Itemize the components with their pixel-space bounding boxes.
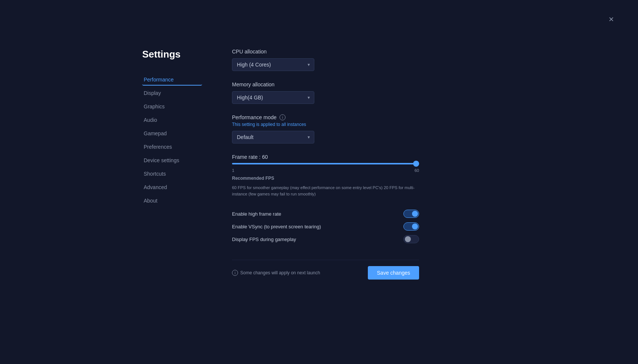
sidebar-item-graphics[interactable]: Graphics bbox=[142, 101, 202, 112]
toggle-row-vsync: Enable VSync (to prevent screen tearing) bbox=[232, 220, 419, 233]
toggle-row-display-fps: Display FPS during gameplay bbox=[232, 233, 419, 246]
toggle-knob-display-fps bbox=[405, 236, 411, 242]
sidebar-item-gamepad[interactable]: Gamepad bbox=[142, 127, 202, 139]
cpu-allocation-label: CPU allocation bbox=[232, 49, 419, 55]
frame-rate-label: Frame rate : 60 bbox=[232, 154, 419, 160]
toggle-knob-high-frame-rate bbox=[412, 211, 418, 217]
sidebar-item-advanced[interactable]: Advanced bbox=[142, 181, 202, 193]
sidebar-item-preferences[interactable]: Preferences bbox=[142, 141, 202, 153]
cpu-allocation-wrapper: Low (1 Core)Medium (2 Cores)High (4 Core… bbox=[232, 58, 314, 71]
memory-allocation-group: Memory allocation Low(1 GB)Medium(2 GB)H… bbox=[232, 81, 419, 104]
toggle-label-display-fps: Display FPS during gameplay bbox=[232, 237, 296, 242]
toggle-switch-high-frame-rate[interactable] bbox=[403, 210, 419, 218]
toggles-section: Enable high frame rateEnable VSync (to p… bbox=[232, 207, 419, 246]
sidebar-item-audio[interactable]: Audio bbox=[142, 114, 202, 126]
sidebar-item-performance[interactable]: Performance bbox=[142, 74, 202, 86]
close-button[interactable]: ✕ bbox=[607, 15, 616, 24]
frame-rate-slider[interactable] bbox=[232, 163, 419, 164]
sidebar-item-shortcuts[interactable]: Shortcuts bbox=[142, 168, 202, 180]
footer-note-text: Some changes will apply on next launch bbox=[240, 270, 320, 275]
frame-rate-max: 60 bbox=[415, 168, 419, 173]
performance-mode-label: Performance mode bbox=[232, 114, 277, 120]
memory-allocation-wrapper: Low(1 GB)Medium(2 GB)High(4 GB)Ultra(8 G… bbox=[232, 91, 314, 104]
toggle-switch-display-fps[interactable] bbox=[403, 235, 419, 243]
sidebar-item-display[interactable]: Display bbox=[142, 87, 202, 99]
sidebar-item-device-settings[interactable]: Device settings bbox=[142, 154, 202, 166]
frame-rate-min: 1 bbox=[232, 168, 234, 173]
memory-allocation-label: Memory allocation bbox=[232, 81, 419, 87]
toggle-label-high-frame-rate: Enable high frame rate bbox=[232, 211, 281, 217]
performance-mode-select[interactable]: DefaultBalancedHigh PerformancePower Sav… bbox=[232, 131, 314, 144]
page-title: Settings bbox=[142, 49, 202, 60]
toggle-row-high-frame-rate: Enable high frame rate bbox=[232, 207, 419, 220]
performance-mode-wrapper: DefaultBalancedHigh PerformancePower Sav… bbox=[232, 131, 314, 144]
performance-mode-group: Performance mode i This setting is appli… bbox=[232, 114, 419, 144]
footer: i Some changes will apply on next launch… bbox=[232, 260, 419, 280]
frame-rate-section: Frame rate : 60 1 60 Recommended FPS 60 … bbox=[232, 154, 419, 197]
fps-recommendation-title: Recommended FPS bbox=[232, 176, 419, 181]
toggle-label-vsync: Enable VSync (to prevent screen tearing) bbox=[232, 224, 321, 229]
performance-mode-info-icon[interactable]: i bbox=[280, 114, 286, 120]
sidebar-item-about[interactable]: About bbox=[142, 195, 202, 207]
fps-recommendation-text: 60 FPS for smoother gameplay (may effect… bbox=[232, 185, 419, 197]
footer-info-icon: i bbox=[232, 270, 238, 276]
cpu-allocation-group: CPU allocation Low (1 Core)Medium (2 Cor… bbox=[232, 49, 419, 71]
memory-allocation-select[interactable]: Low(1 GB)Medium(2 GB)High(4 GB)Ultra(8 G… bbox=[232, 91, 314, 104]
save-changes-button[interactable]: Save changes bbox=[368, 266, 419, 280]
main-content: CPU allocation Low (1 Core)Medium (2 Cor… bbox=[232, 49, 419, 280]
cpu-allocation-select[interactable]: Low (1 Core)Medium (2 Cores)High (4 Core… bbox=[232, 58, 314, 71]
toggle-knob-vsync bbox=[412, 223, 418, 229]
sidebar: PerformanceDisplayGraphicsAudioGamepadPr… bbox=[142, 74, 202, 207]
performance-mode-sublabel: This setting is applied to all instances bbox=[232, 122, 419, 127]
toggle-switch-vsync[interactable] bbox=[403, 222, 419, 231]
